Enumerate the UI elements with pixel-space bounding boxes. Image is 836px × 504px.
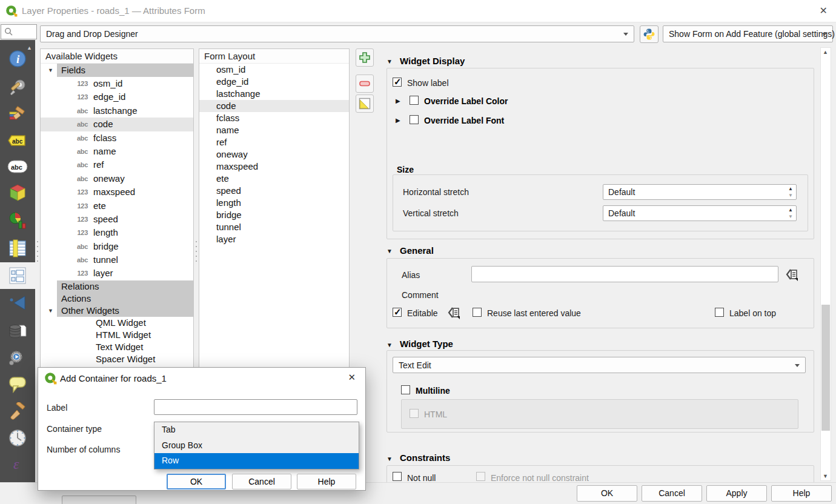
- sidebar-tab-attributes-form[interactable]: [0, 262, 35, 289]
- sidebar-tab-masks[interactable]: abc: [0, 153, 35, 180]
- sidebar-tab-diagrams[interactable]: [0, 207, 35, 234]
- available-field-row[interactable]: 123 maxspeed: [41, 185, 193, 199]
- available-field-row[interactable]: abc name: [41, 145, 193, 158]
- form-open-mode-select[interactable]: Show Form on Add Feature (global setting…: [663, 25, 833, 42]
- sidebar-tab-3d-view[interactable]: [0, 179, 35, 206]
- available-field-row[interactable]: 123 speed: [41, 213, 193, 226]
- other-widget-row[interactable]: QML Widget: [41, 317, 193, 329]
- available-field-row[interactable]: 123 osm_id: [41, 77, 193, 90]
- splitter-handle[interactable]: [36, 241, 39, 262]
- alias-data-defined-override-button[interactable]: [783, 267, 801, 282]
- cancel-button[interactable]: Cancel: [642, 485, 702, 502]
- properties-scrollbar[interactable]: ▲ ▼: [820, 47, 831, 481]
- form-layout-item[interactable]: code: [199, 100, 349, 112]
- alias-input[interactable]: [471, 266, 778, 282]
- form-layout-item[interactable]: ete: [199, 173, 349, 185]
- sidebar-tab-actions[interactable]: [0, 345, 35, 371]
- tree-group-fields[interactable]: Fields: [57, 64, 193, 77]
- other-widget-row[interactable]: Spacer Widget: [41, 353, 193, 365]
- form-layout-item[interactable]: oneway: [199, 148, 349, 161]
- tree-group-relations[interactable]: Relations: [57, 280, 193, 293]
- form-layout-item[interactable]: fclass: [199, 112, 349, 124]
- close-icon[interactable]: ✕: [820, 5, 828, 16]
- label-on-top-checkbox[interactable]: [715, 308, 724, 317]
- override-label-font-checkbox[interactable]: [410, 115, 419, 124]
- apply-button[interactable]: Apply: [706, 485, 767, 502]
- spin-up-icon[interactable]: ▲: [788, 186, 793, 191]
- multiline-checkbox[interactable]: [401, 385, 410, 394]
- available-field-row[interactable]: abc code: [41, 118, 193, 131]
- available-field-row[interactable]: 123 edge_id: [41, 90, 193, 104]
- container-type-option[interactable]: Group Box: [154, 438, 359, 454]
- available-field-row[interactable]: 123 layer: [41, 267, 193, 280]
- form-layout-item[interactable]: bridge: [199, 209, 349, 221]
- override-label-color-checkbox[interactable]: [410, 96, 419, 105]
- form-layout-item[interactable]: tunnel: [199, 221, 349, 233]
- expand-arrow-icon[interactable]: ▶: [396, 117, 400, 124]
- container-label-input[interactable]: [154, 399, 357, 415]
- collapse-arrow-icon[interactable]: ▼: [386, 58, 393, 65]
- sidebar-tab-fields[interactable]: [0, 235, 35, 262]
- sidebar-tab-source[interactable]: [0, 73, 35, 100]
- tree-group-other-widgets[interactable]: Other Widgets: [57, 305, 193, 317]
- enforce-not-null-checkbox[interactable]: [476, 472, 485, 481]
- reuse-last-value-checkbox[interactable]: [473, 308, 482, 317]
- sidebar-tab-symbology[interactable]: [0, 101, 35, 127]
- add-container-button[interactable]: [356, 48, 374, 67]
- close-icon[interactable]: ✕: [348, 372, 356, 383]
- available-field-row[interactable]: abc tunnel: [41, 253, 193, 267]
- help-button[interactable]: Help: [771, 485, 832, 502]
- spin-up-icon[interactable]: ▲: [788, 207, 793, 213]
- sidebar-tab-information[interactable]: i: [0, 45, 35, 72]
- collapse-arrow-icon[interactable]: ▼: [386, 248, 393, 254]
- spin-down-icon[interactable]: ▼: [788, 214, 793, 219]
- not-null-checkbox[interactable]: [393, 472, 402, 481]
- sidebar-tab-auxiliary-storage[interactable]: [0, 317, 35, 344]
- form-layout-item[interactable]: ref: [199, 136, 349, 148]
- sidebar-tab-temporal[interactable]: [0, 425, 35, 451]
- available-field-row[interactable]: abc bridge: [41, 240, 193, 253]
- designer-mode-select[interactable]: Drag and Drop Designer: [40, 25, 634, 42]
- show-label-checkbox[interactable]: [393, 78, 402, 87]
- container-type-option[interactable]: Tab: [154, 422, 359, 438]
- sidebar-tab-display[interactable]: [0, 371, 35, 398]
- available-field-row[interactable]: abc ref: [41, 158, 193, 171]
- form-layout-item[interactable]: name: [199, 124, 349, 136]
- form-layout-item[interactable]: maxspeed: [199, 161, 349, 173]
- splitter-handle[interactable]: [195, 241, 197, 262]
- other-widget-row[interactable]: Text Widget: [41, 341, 193, 353]
- vertical-stretch-spinner[interactable]: Default ▲ ▼: [603, 205, 797, 221]
- available-field-row[interactable]: abc lastchange: [41, 104, 193, 118]
- spin-down-icon[interactable]: ▼: [788, 193, 793, 198]
- other-widget-row[interactable]: HTML Widget: [41, 329, 193, 341]
- collapse-arrow-icon[interactable]: ▼: [48, 67, 53, 73]
- tree-group-actions[interactable]: Actions: [57, 293, 193, 305]
- style-menu-button-partial[interactable]: [62, 496, 136, 504]
- form-layout-item[interactable]: osm_id: [199, 64, 349, 76]
- scroll-up-icon[interactable]: ▲: [823, 49, 828, 55]
- collapse-arrow-icon[interactable]: ▼: [48, 308, 53, 314]
- editable-checkbox[interactable]: [393, 308, 402, 317]
- expand-arrow-icon[interactable]: ▶: [396, 98, 400, 104]
- sidebar-tab-variables[interactable]: ε: [0, 451, 35, 477]
- modal-cancel-button[interactable]: Cancel: [232, 474, 291, 489]
- form-layout-item[interactable]: length: [199, 197, 349, 209]
- collapse-arrow-icon[interactable]: ▼: [386, 456, 393, 462]
- html-checkbox[interactable]: [410, 409, 419, 418]
- scroll-down-icon[interactable]: ▼: [823, 473, 828, 479]
- form-layout-item[interactable]: edge_id: [199, 76, 349, 88]
- collapse-arrow-icon[interactable]: ▼: [386, 342, 393, 348]
- sidebar-tab-rendering[interactable]: [0, 398, 35, 425]
- scrollbar-thumb[interactable]: [821, 305, 830, 431]
- widget-type-select[interactable]: Text Edit: [393, 357, 806, 373]
- available-field-row[interactable]: 123 length: [41, 226, 193, 239]
- available-field-row[interactable]: 123 ete: [41, 199, 193, 213]
- available-field-row[interactable]: abc fclass: [41, 131, 193, 145]
- available-field-row[interactable]: abc oneway: [41, 172, 193, 185]
- modal-ok-button[interactable]: OK: [167, 474, 226, 489]
- search-input[interactable]: [1, 24, 37, 39]
- modal-help-button[interactable]: Help: [297, 474, 356, 489]
- ok-button[interactable]: OK: [577, 485, 637, 502]
- invert-selection-button[interactable]: [356, 94, 374, 113]
- sidebar-tab-labels[interactable]: abc: [0, 127, 35, 154]
